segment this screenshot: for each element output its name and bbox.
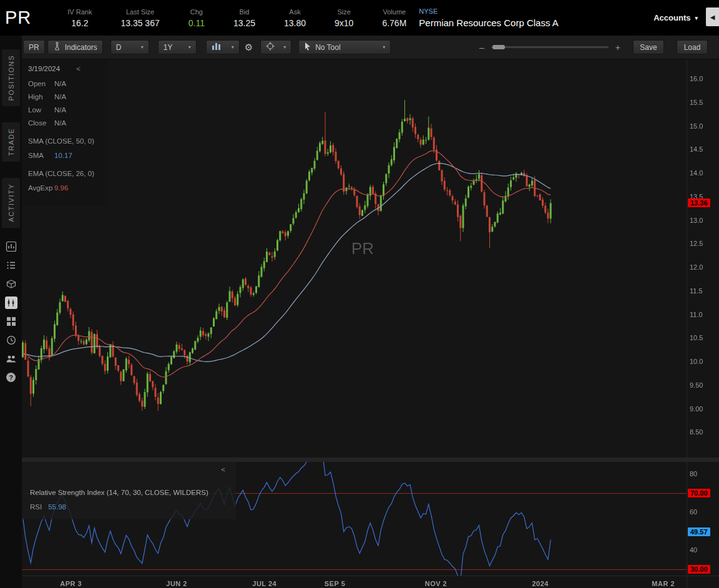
sma-value: 10.17 xyxy=(54,152,72,160)
list-icon[interactable] xyxy=(5,259,17,272)
settings-gear-button[interactable]: ⚙ xyxy=(243,42,254,53)
exchange-label: NYSE xyxy=(419,7,558,15)
ema-study-title: EMA (CLOSE, 26, 0) xyxy=(28,170,102,178)
collapse-rsi-arrow[interactable]: < xyxy=(221,466,225,473)
save-button[interactable]: Save xyxy=(633,40,664,54)
stat-last-size: Last Size 13.35 367 xyxy=(120,8,159,28)
chart-tile-icon[interactable] xyxy=(5,240,17,253)
low-value: N/A xyxy=(54,106,66,114)
stat-size: Size 9x10 xyxy=(335,8,353,28)
timeframe-dropdown[interactable]: D ▾ xyxy=(110,40,149,54)
grid-icon[interactable] xyxy=(5,315,17,328)
collapse-left-icon: ◀ xyxy=(710,14,715,21)
stat-value: 13.80 xyxy=(284,18,306,28)
chart-toolbar: PR Indicators D ▾ 1Y ▾ ▾ ⚙ ▾ No Tool ▾ xyxy=(22,36,719,59)
active-chart-icon[interactable] xyxy=(5,296,17,309)
crosshair-icon xyxy=(266,42,275,52)
close-value: N/A xyxy=(54,119,66,127)
open-value: N/A xyxy=(54,80,66,88)
high-value: N/A xyxy=(54,93,66,101)
low-label: Low xyxy=(28,106,54,114)
symbol-watermark: PR xyxy=(351,239,374,258)
timeframe-value: D xyxy=(116,43,122,52)
chevron-down-icon: ▾ xyxy=(280,44,286,50)
stat-label: Bid xyxy=(233,8,255,16)
ema-value: 9.96 xyxy=(54,184,68,192)
chevron-down-icon: ▾ xyxy=(379,44,385,50)
stat-value: 9x10 xyxy=(335,18,353,28)
drawing-tool-value: No Tool xyxy=(315,43,340,52)
top-header: PR IV Rank 16.2 Last Size 13.35 367 Chg … xyxy=(0,0,719,36)
stat-value: 0.11 xyxy=(188,18,205,28)
sma-study-title: SMA (CLOSE, 50, 0) xyxy=(28,137,102,145)
rsi-study-title: Relative Strength Index (14, 70, 30, CLO… xyxy=(30,489,208,496)
sma-label: SMA xyxy=(28,152,54,160)
help-icon[interactable]: ? xyxy=(5,371,17,384)
symbol-button[interactable]: PR xyxy=(23,40,45,54)
sidebar-tab-label: POSITIONS xyxy=(7,55,15,100)
chevron-down-icon: ▾ xyxy=(228,44,234,50)
indicators-button[interactable]: Indicators xyxy=(47,40,103,54)
zoom-slider[interactable] xyxy=(491,46,609,48)
stat-ask: Ask 13.80 xyxy=(284,8,306,28)
exchange-block: NYSE Permian Resources Corp Class A xyxy=(419,7,558,28)
gear-icon: ⚙ xyxy=(245,42,253,52)
stat-iv-rank: IV Rank 16.2 xyxy=(67,8,92,28)
quote-stats: IV Rank 16.2 Last Size 13.35 367 Chg 0.1… xyxy=(67,8,406,28)
chart-area: PR 16.015.515.014.514.013.513.012.512.01… xyxy=(22,59,719,588)
sidebar-tab-label: TRADE xyxy=(7,128,15,156)
load-label: Load xyxy=(684,43,701,52)
people-icon[interactable] xyxy=(5,353,17,365)
stat-label: Last Size xyxy=(120,8,159,16)
sidebar-tab-activity[interactable]: ACTIVITY xyxy=(2,178,20,228)
ohlc-info-panel: 3/19/2024 < OpenN/A HighN/A LowN/A Close… xyxy=(22,59,108,206)
collapse-info-arrow[interactable]: < xyxy=(76,65,81,72)
bar-chart-icon xyxy=(212,42,221,52)
beaker-icon xyxy=(53,42,61,52)
stat-value: 13.25 xyxy=(233,18,255,28)
accounts-menu[interactable]: Accounts ▾ xyxy=(653,13,698,22)
rsi-value: 55.98 xyxy=(48,503,66,511)
stat-value: 16.2 xyxy=(67,18,92,28)
sidebar-icon-stack: ? xyxy=(5,240,17,384)
company-name: Permian Resources Corp Class A xyxy=(419,17,558,28)
load-button[interactable]: Load xyxy=(677,40,708,54)
stat-label: IV Rank xyxy=(67,8,92,16)
zoom-slider-handle[interactable] xyxy=(492,45,505,49)
open-label: Open xyxy=(28,80,54,88)
ema-label: AvgExp xyxy=(28,184,54,192)
stat-label: Size xyxy=(335,8,353,16)
crosshair-dropdown[interactable]: ▾ xyxy=(260,40,291,54)
symbol-logo: PR xyxy=(5,7,31,28)
zoom-out-button[interactable]: – xyxy=(479,42,484,52)
chart-type-dropdown[interactable]: ▾ xyxy=(206,40,240,54)
range-value: 1Y xyxy=(164,43,173,52)
indicators-label: Indicators xyxy=(65,43,97,52)
hover-date: 3/19/2024 xyxy=(28,65,60,72)
sidebar-tab-positions[interactable]: POSITIONS xyxy=(2,49,20,106)
sidebar-tab-trade[interactable]: TRADE xyxy=(2,122,20,162)
stat-change: Chg 0.11 xyxy=(188,8,205,28)
rsi-info-panel: < Relative Strength Index (14, 70, 30, C… xyxy=(22,462,236,519)
high-label: High xyxy=(28,93,54,101)
stat-volume: Volume 6.76M xyxy=(382,8,406,28)
range-dropdown[interactable]: 1Y ▾ xyxy=(158,40,197,54)
box-icon[interactable] xyxy=(5,278,17,290)
symbol-button-label: PR xyxy=(29,43,39,52)
chevron-down-icon: ▾ xyxy=(695,15,698,21)
collapse-panel-button[interactable]: ◀ xyxy=(706,7,719,26)
sidebar-tab-label: ACTIVITY xyxy=(7,184,15,222)
stat-bid: Bid 13.25 xyxy=(233,8,255,28)
question-mark-glyph: ? xyxy=(6,373,16,382)
stat-value: 13.35 367 xyxy=(120,18,159,28)
zoom-in-button[interactable]: + xyxy=(615,42,620,52)
save-label: Save xyxy=(640,43,657,52)
history-clock-icon[interactable] xyxy=(5,334,17,346)
close-label: Close xyxy=(28,119,54,127)
zoom-control: – + xyxy=(479,42,620,52)
chevron-down-icon: ▾ xyxy=(185,44,191,50)
chevron-down-icon: ▾ xyxy=(137,44,144,50)
stat-label: Chg xyxy=(188,8,205,16)
drawing-tool-dropdown[interactable]: No Tool ▾ xyxy=(298,40,391,54)
left-sidebar: POSITIONS TRADE ACTIVITY ? xyxy=(0,36,22,588)
